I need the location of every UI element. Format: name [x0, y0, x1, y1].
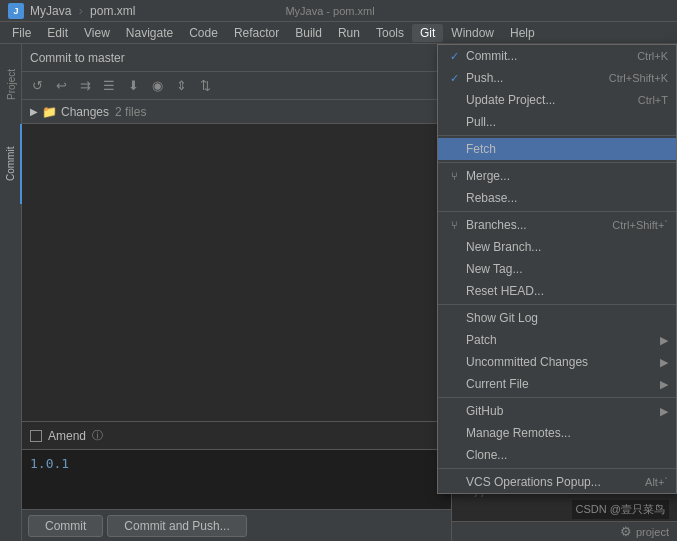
git-menu-push[interactable]: ✓ Push... Ctrl+Shift+K [438, 67, 676, 89]
git-menu-vcs-operations[interactable]: VCS Operations Popup... Alt+` [438, 471, 676, 493]
sidebar-tab-commit[interactable]: Commit [0, 124, 22, 204]
separator-6 [438, 468, 676, 469]
arrow-icon-uncommitted: ▶ [660, 356, 668, 369]
separator-4 [438, 304, 676, 305]
git-menu-current-file[interactable]: Current File ▶ [438, 373, 676, 395]
git-menu-manage-remotes[interactable]: Manage Remotes... [438, 422, 676, 444]
arrow-icon-github: ▶ [660, 405, 668, 418]
menu-view[interactable]: View [76, 24, 118, 42]
expand-btn[interactable]: ⇕ [170, 76, 192, 96]
git-menu-new-tag[interactable]: New Tag... [438, 258, 676, 280]
changes-label: Changes [61, 105, 109, 119]
commit-message-text: 1.0.1 [30, 456, 69, 471]
sidebar-tab-project[interactable]: Project [0, 44, 22, 124]
merge-icon: ⑂ [446, 170, 462, 182]
commit-buttons: Commit Commit and Push... [22, 509, 451, 541]
git-menu-merge[interactable]: ⑂ Merge... [438, 165, 676, 187]
menu-help[interactable]: Help [502, 24, 543, 42]
git-menu-rebase[interactable]: Rebase... [438, 187, 676, 209]
separator-2 [438, 162, 676, 163]
move-btn[interactable]: ⇉ [74, 76, 96, 96]
watermark: CSDN @壹只菜鸟 [572, 500, 669, 519]
refresh-btn[interactable]: ↺ [26, 76, 48, 96]
expand-triangle-icon: ▶ [30, 106, 38, 117]
menu-git[interactable]: Git [412, 24, 443, 42]
commit-message-area: 1.0.1 [22, 449, 451, 509]
git-menu-clone[interactable]: Clone... [438, 444, 676, 466]
amend-checkbox[interactable] [30, 430, 42, 442]
file-list [22, 124, 451, 421]
commit-header: Commit to master [22, 44, 451, 72]
branch-icon: ⑂ [446, 219, 462, 231]
commit-panel: Commit to master ↺ ↩ ⇉ ☰ ⬇ ◉ ⇕ ⇅ ▶ 📁 Cha… [22, 44, 452, 541]
eye-btn[interactable]: ◉ [146, 76, 168, 96]
git-menu-commit[interactable]: ✓ Commit... Ctrl+K [438, 45, 676, 67]
git-menu-reset-head[interactable]: Reset HEAD... [438, 280, 676, 302]
sort-btn[interactable]: ⇅ [194, 76, 216, 96]
arrow-icon-patch: ▶ [660, 334, 668, 347]
app-icon: J [8, 3, 24, 19]
arrow-icon-current: ▶ [660, 378, 668, 391]
title-text: MyJava › pom.xml MyJava - pom.xml [30, 4, 375, 18]
git-menu-new-branch[interactable]: New Branch... [438, 236, 676, 258]
check-icon: ✓ [446, 50, 462, 63]
git-menu-branches[interactable]: ⑂ Branches... Ctrl+Shift+` [438, 214, 676, 236]
commit-toolbar: ↺ ↩ ⇉ ☰ ⬇ ◉ ⇕ ⇅ [22, 72, 451, 100]
git-menu-fetch[interactable]: Fetch [438, 138, 676, 160]
separator-3 [438, 211, 676, 212]
menu-file[interactable]: File [4, 24, 39, 42]
separator-5 [438, 397, 676, 398]
list-btn[interactable]: ☰ [98, 76, 120, 96]
separator-1 [438, 135, 676, 136]
amend-info-icon: ⓘ [92, 428, 103, 443]
window-title: MyJava - pom.xml [285, 5, 374, 17]
menu-build[interactable]: Build [287, 24, 330, 42]
git-menu-show-log[interactable]: Show Git Log [438, 307, 676, 329]
download-btn[interactable]: ⬇ [122, 76, 144, 96]
status-bar: ⚙ project [452, 521, 677, 541]
changes-count: 2 files [115, 105, 146, 119]
undo-btn[interactable]: ↩ [50, 76, 72, 96]
title-filename: pom.xml [90, 4, 135, 18]
title-separator: › [79, 4, 83, 18]
git-menu-uncommitted[interactable]: Uncommitted Changes ▶ [438, 351, 676, 373]
git-menu-github[interactable]: GitHub ▶ [438, 400, 676, 422]
menu-window[interactable]: Window [443, 24, 502, 42]
menu-code[interactable]: Code [181, 24, 226, 42]
menu-bar: File Edit View Navigate Code Refactor Bu… [0, 22, 677, 44]
menu-tools[interactable]: Tools [368, 24, 412, 42]
amend-label: Amend [48, 429, 86, 443]
folder-icon: 📁 [42, 105, 57, 119]
git-menu-update[interactable]: Update Project... Ctrl+T [438, 89, 676, 111]
title-bar: J MyJava › pom.xml MyJava - pom.xml [0, 0, 677, 22]
menu-edit[interactable]: Edit [39, 24, 76, 42]
menu-refactor[interactable]: Refactor [226, 24, 287, 42]
commit-button[interactable]: Commit [28, 515, 103, 537]
menu-navigate[interactable]: Navigate [118, 24, 181, 42]
git-menu-patch[interactable]: Patch ▶ [438, 329, 676, 351]
status-text: project [636, 526, 669, 538]
git-menu-pull[interactable]: Pull... [438, 111, 676, 133]
menu-run[interactable]: Run [330, 24, 368, 42]
sidebar-tabs: Project Commit [0, 44, 22, 541]
settings-icon[interactable]: ⚙ [620, 524, 632, 539]
amend-row: Amend ⓘ [22, 421, 451, 449]
commit-push-button[interactable]: Commit and Push... [107, 515, 246, 537]
check-icon-push: ✓ [446, 72, 462, 85]
git-dropdown-menu: ✓ Commit... Ctrl+K ✓ Push... Ctrl+Shift+… [437, 44, 677, 494]
changes-row[interactable]: ▶ 📁 Changes 2 files [22, 100, 451, 124]
